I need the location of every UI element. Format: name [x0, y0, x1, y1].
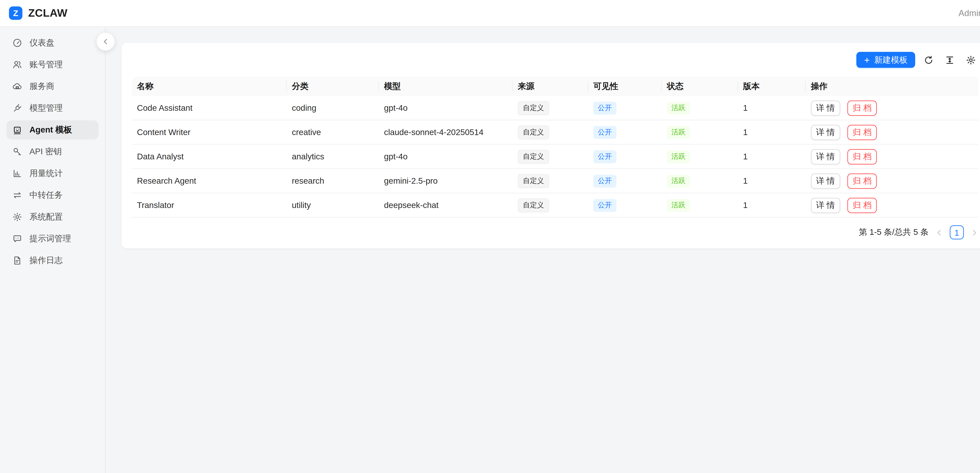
- visibility-tag: 公开: [593, 126, 616, 139]
- sidebar-collapse-button[interactable]: [97, 33, 115, 51]
- pagination-next-button[interactable]: [970, 228, 978, 236]
- column-header-source: 来源: [513, 77, 588, 96]
- detail-button[interactable]: 详 情: [811, 197, 840, 213]
- cell-version: 1: [738, 144, 806, 169]
- table-row: Translator utility deepseek-chat 自定义 公开 …: [132, 193, 978, 217]
- cell-version: 1: [738, 96, 806, 120]
- cell-version: 1: [738, 169, 806, 193]
- source-tag: 自定义: [518, 174, 549, 188]
- brand: Z ZCLAW: [9, 6, 68, 20]
- sidebar-item-label: 系统配置: [29, 211, 63, 223]
- cloud-server-icon: [12, 81, 22, 92]
- detail-button[interactable]: 详 情: [811, 124, 840, 140]
- archive-button[interactable]: 归 档: [848, 173, 877, 188]
- cell-category: analytics: [287, 144, 379, 169]
- cell-model: gemini-2.5-pro: [379, 169, 512, 193]
- chevron-left-icon: [935, 228, 943, 236]
- table-row: Code Assistant coding gpt-4o 自定义 公开 活跃 1…: [132, 96, 978, 120]
- content-card: + 新建模板: [121, 43, 980, 248]
- source-tag: 自定义: [518, 101, 549, 115]
- settings-icon-button[interactable]: [965, 54, 977, 66]
- status-tag: 活跃: [667, 174, 690, 187]
- cell-category: coding: [287, 96, 379, 120]
- users-icon: [12, 60, 22, 70]
- sidebar-item-label: 提示词管理: [29, 233, 71, 245]
- user-menu[interactable]: Admin: [959, 8, 980, 18]
- sidebar-item-label: 服务商: [29, 81, 54, 92]
- sidebar-item-system-config[interactable]: 系统配置: [6, 207, 99, 226]
- cell-name: Code Assistant: [132, 96, 287, 120]
- bar-chart-icon: [12, 168, 22, 178]
- cell-category: utility: [287, 193, 379, 217]
- visibility-tag: 公开: [593, 102, 616, 114]
- sidebar-item-relay-tasks[interactable]: 中转任务: [6, 186, 99, 205]
- pagination-prev-button[interactable]: [935, 228, 943, 236]
- sidebar-item-agent-templates[interactable]: Agent 模板: [6, 120, 99, 140]
- column-header-version: 版本: [738, 77, 806, 96]
- cell-name: Data Analyst: [132, 144, 287, 169]
- column-header-status: 状态: [662, 77, 738, 96]
- sidebar-item-audit-logs[interactable]: 操作日志: [6, 251, 99, 270]
- status-tag: 活跃: [667, 150, 690, 163]
- archive-button[interactable]: 归 档: [848, 197, 877, 213]
- refresh-icon-button[interactable]: [923, 54, 934, 66]
- pagination-page-1[interactable]: 1: [950, 225, 964, 239]
- sidebar-item-api-keys[interactable]: API 密钥: [6, 142, 99, 161]
- key-icon: [12, 147, 22, 157]
- swap-arrows-icon: [12, 190, 22, 200]
- cell-model: gpt-4o: [379, 96, 512, 120]
- table-row: Research Agent research gemini-2.5-pro 自…: [132, 169, 978, 193]
- settings-gear-icon: [966, 55, 976, 65]
- cell-model: deepseek-chat: [379, 193, 512, 217]
- sidebar-item-models[interactable]: 模型管理: [6, 99, 99, 118]
- sidebar-item-providers[interactable]: 服务商: [6, 77, 99, 96]
- archive-button[interactable]: 归 档: [848, 149, 877, 164]
- sidebar-item-label: 模型管理: [29, 102, 63, 114]
- archive-button[interactable]: 归 档: [848, 124, 877, 140]
- main-content: + 新建模板: [106, 27, 980, 473]
- status-tag: 活跃: [667, 126, 690, 139]
- chevron-left-icon: [101, 37, 110, 46]
- column-header-category: 分类: [287, 77, 379, 96]
- sidebar-item-label: 账号管理: [29, 59, 63, 70]
- pagination: 第 1-5 条/总共 5 条 1: [132, 225, 978, 239]
- table-row: Data Analyst analytics gpt-4o 自定义 公开 活跃 …: [132, 144, 978, 169]
- detail-button[interactable]: 详 情: [811, 149, 840, 164]
- pagination-summary: 第 1-5 条/总共 5 条: [859, 226, 929, 238]
- cell-model: claude-sonnet-4-20250514: [379, 120, 512, 144]
- detail-button[interactable]: 详 情: [811, 100, 840, 115]
- file-icon: [12, 255, 22, 266]
- message-icon: [12, 234, 22, 244]
- new-template-label: 新建模板: [874, 54, 907, 66]
- column-header-visibility: 可见性: [588, 77, 662, 96]
- cell-model: gpt-4o: [379, 144, 512, 169]
- sidebar-item-accounts[interactable]: 账号管理: [6, 55, 99, 74]
- api-plug-icon: [12, 103, 22, 113]
- table-row: Content Writer creative claude-sonnet-4-…: [132, 120, 978, 144]
- column-height-icon: [945, 55, 955, 65]
- table-toolbar: + 新建模板: [132, 52, 978, 68]
- dashboard-icon: [12, 38, 22, 48]
- sidebar-item-label: Agent 模板: [29, 124, 72, 135]
- app-logo-icon: Z: [9, 6, 22, 20]
- status-tag: 活跃: [667, 199, 690, 212]
- chevron-right-icon: [970, 228, 978, 236]
- new-template-button[interactable]: + 新建模板: [856, 52, 915, 68]
- brand-name: ZCLAW: [28, 7, 68, 19]
- refresh-icon: [924, 55, 934, 65]
- sidebar-item-label: 操作日志: [29, 255, 63, 266]
- cell-name: Translator: [132, 193, 287, 217]
- sidebar-item-label: 用量统计: [29, 168, 63, 179]
- visibility-tag: 公开: [593, 150, 616, 163]
- sidebar-item-usage-stats[interactable]: 用量统计: [6, 164, 99, 183]
- sidebar-item-label: 中转任务: [29, 190, 63, 201]
- table-header-row: 名称 分类 模型 来源 可见性 状态 版本 操作: [132, 77, 978, 96]
- column-height-icon-button[interactable]: [944, 54, 956, 66]
- sidebar-item-prompts[interactable]: 提示词管理: [6, 229, 99, 248]
- status-tag: 活跃: [667, 102, 690, 114]
- sidebar-item-dashboard[interactable]: 仪表盘: [6, 33, 99, 53]
- detail-button[interactable]: 详 情: [811, 173, 840, 188]
- archive-button[interactable]: 归 档: [848, 100, 877, 115]
- robot-icon: [12, 125, 22, 135]
- sidebar: 仪表盘 账号管理 服务商 模型管理 Agent 模板 API 密钥 用量统计: [0, 27, 106, 473]
